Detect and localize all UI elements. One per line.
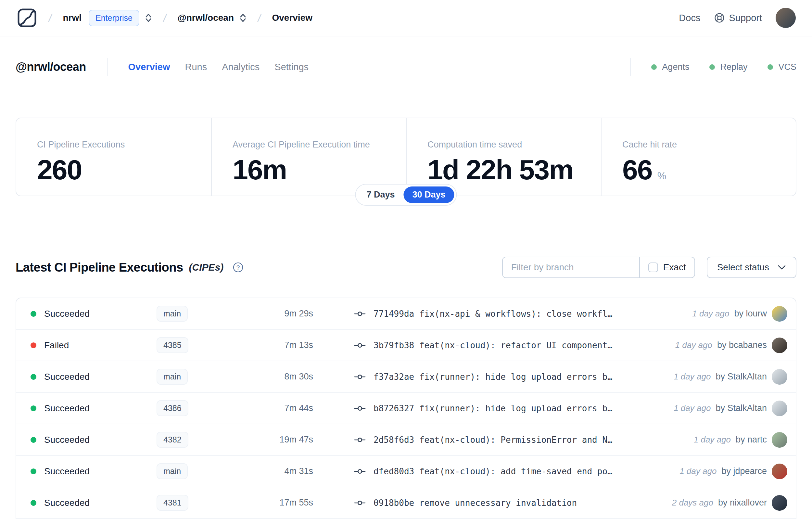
branch-badge: main [156,369,188,385]
status-label: Succeeded [44,435,90,445]
workspace-switcher-chevrons-icon[interactable] [239,13,247,23]
status-cell: Failed [31,340,156,350]
author: by StalkAltan [716,372,767,382]
time-ago: 1 day ago [674,403,711,413]
status-dot-icon [31,342,36,348]
branch-badge: 4386 [156,400,188,416]
top-bar: / nrwl Enterprise / @nrwl/ocean / Overvi… [0,0,812,36]
git-commit-icon [354,310,366,317]
branch-cell: main [156,463,255,479]
branch-badge: 4385 [156,337,188,353]
commit-cell: 2d58f6d3 feat(nx-cloud): PermissionError… [354,435,684,445]
commit-cell: f37a32ae fix(runner): hide log upload er… [354,372,664,382]
svg-text:?: ? [236,264,240,271]
author: by nixallover [718,498,767,508]
section-heading: Latest CI Pipeline Executions [16,260,183,274]
commit-message: f37a32ae fix(runner): hide log upload er… [373,372,613,382]
git-commit-icon [354,468,366,475]
status-label: Succeeded [44,309,90,319]
duration-cell: 9m 29s [255,309,313,319]
user-avatar[interactable] [776,8,796,28]
commit-cell: b8726327 fix(runner): hide log upload er… [354,404,664,413]
support-label: Support [729,13,762,24]
status-cell: Succeeded [31,403,156,414]
feature-replay[interactable]: Replay [709,62,747,72]
tab-overview[interactable]: Overview [128,62,170,73]
branch-badge: 4381 [156,495,188,511]
range-30-days-button[interactable]: 30 Days [403,186,454,203]
status-label: Succeeded [44,403,90,414]
cipe-row[interactable]: Succeeded 4381 17m 55s 0918b0be remove u… [16,487,796,519]
meta-cell: 1 day ago by StalkAltan [674,369,787,385]
feature-label: VCS [778,62,796,72]
cipes-section-header: Latest CI Pipeline Executions (CIPEs) ? … [16,257,796,278]
exact-checkbox[interactable] [648,262,658,272]
feature-label: Replay [720,62,747,72]
duration-cell: 4m 31s [255,466,313,476]
help-icon[interactable]: ? [232,262,244,273]
stat-value: 66 [622,155,652,183]
author: by StalkAltan [716,403,767,413]
status-dot-icon [31,374,36,380]
duration-cell: 8m 30s [255,372,313,382]
branch-cell: 4382 [156,432,255,448]
author: by bcabanes [717,340,767,350]
feature-agents[interactable]: Agents [651,62,689,72]
workspace-header: @nrwl/ocean Overview Runs Analytics Sett… [16,58,796,76]
commit-message: dfed80d3 feat(nx-cloud): add time-saved … [373,466,613,476]
time-ago: 1 day ago [679,466,717,476]
filter-controls: Exact Select status [502,257,796,278]
stat-label: CI Pipeline Executions [37,140,211,150]
branch-filter-group: Exact [502,257,695,278]
range-7-days-button[interactable]: 7 Days [357,186,403,203]
stat-value: 260 [37,155,82,183]
divider [630,58,631,76]
status-select-button[interactable]: Select status [707,257,796,278]
cipe-row[interactable]: Succeeded main 9m 29s 771499da fix(nx-ap… [16,298,796,330]
tab-runs[interactable]: Runs [185,62,207,73]
tab-analytics[interactable]: Analytics [222,62,260,73]
stat-cache-hit-rate: Cache hit rate 66% [601,118,796,196]
author-avatar [772,464,787,479]
exact-label[interactable]: Exact [663,262,686,273]
cipe-row[interactable]: Succeeded main 8m 30s f37a32ae fix(runne… [16,361,796,393]
commit-message: 3b79fb38 feat(nx-cloud): refactor UI com… [373,341,613,350]
cipe-row[interactable]: Failed 4385 7m 13s 3b79fb38 feat(nx-clou… [16,330,796,361]
feature-label: Agents [662,62,689,72]
time-ago: 1 day ago [675,340,712,350]
green-dot-icon [767,64,773,70]
git-commit-icon [354,499,366,507]
tab-settings[interactable]: Settings [274,62,309,73]
support-link[interactable]: Support [714,12,762,24]
status-dot-icon [31,405,36,411]
status-dot-icon [31,437,36,443]
org-switcher-chevrons-icon[interactable] [144,13,152,23]
branch-filter-input[interactable] [503,257,639,278]
green-dot-icon [709,64,715,70]
author: by nartc [736,435,767,445]
cipe-row[interactable]: Succeeded 4382 19m 47s 2d58f6d3 feat(nx-… [16,424,796,456]
duration-cell: 7m 13s [255,340,313,350]
cipe-row[interactable]: Succeeded main 4m 31s dfed80d3 feat(nx-c… [16,456,796,487]
meta-cell: 1 day ago by nartc [694,432,787,448]
author-avatar [772,338,787,353]
branch-cell: main [156,306,255,321]
cipe-row[interactable]: Succeeded 4386 7m 44s b8726327 fix(runne… [16,393,796,424]
status-cell: Succeeded [31,309,156,319]
breadcrumb-org[interactable]: nrwl [63,13,81,23]
breadcrumb-workspace[interactable]: @nrwl/ocean [177,13,234,23]
workspace-tabs: Overview Runs Analytics Settings [128,62,309,73]
nx-cloud-logo-icon[interactable] [16,7,38,29]
docs-link[interactable]: Docs [679,13,700,24]
duration-cell: 7m 44s [255,403,313,413]
git-commit-icon [354,342,366,349]
git-commit-icon [354,436,366,444]
feature-vcs[interactable]: VCS [767,62,796,72]
branch-badge: main [156,306,188,321]
branch-cell: 4386 [156,400,255,416]
green-dot-icon [651,64,657,70]
divider [107,58,108,76]
stat-ci-pipeline-executions: CI Pipeline Executions 260 [16,118,211,196]
meta-cell: 2 days ago by nixallover [672,495,787,511]
meta-cell: 1 day ago by lourw [692,306,787,321]
